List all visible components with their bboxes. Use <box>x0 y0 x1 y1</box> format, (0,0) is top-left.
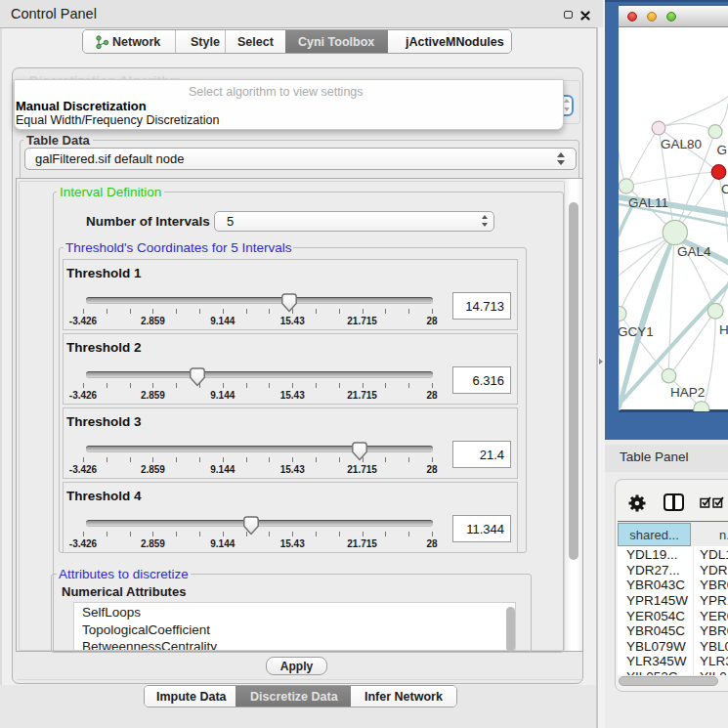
svg-text:HAP2: HAP2 <box>670 385 705 400</box>
svg-text:GCY1: GCY1 <box>618 324 654 339</box>
svg-text:G.: G. <box>717 143 728 157</box>
svg-text:GAL4: GAL4 <box>677 244 711 259</box>
svg-text:GAL80: GAL80 <box>661 137 702 151</box>
svg-text:GAL11: GAL11 <box>628 195 668 210</box>
svg-text:C: C <box>721 182 728 196</box>
svg-text:H: H <box>719 322 728 337</box>
